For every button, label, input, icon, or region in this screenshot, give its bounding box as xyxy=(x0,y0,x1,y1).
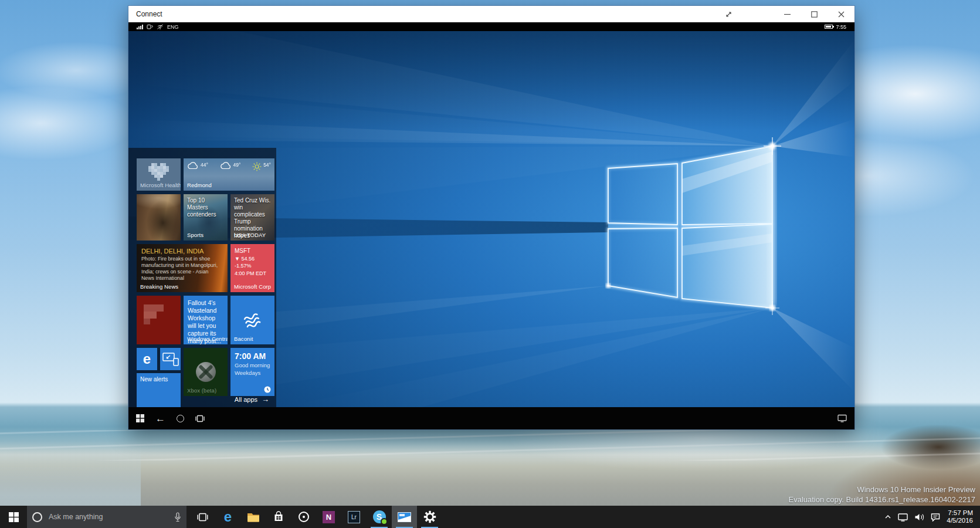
tile-body: Photo: Fire breaks out in shoe manufactu… xyxy=(137,256,228,282)
action-center-icon xyxy=(931,513,940,522)
window-titlebar[interactable]: Connect xyxy=(128,6,854,22)
taskbar: e N Lr S xyxy=(0,506,980,528)
tile-label: Xbox (beta) xyxy=(187,387,216,394)
task-view-icon xyxy=(197,513,208,522)
tile-connect-continuum[interactable] xyxy=(160,348,181,370)
tile-breaking-news[interactable]: DELHI, DELHI, INDIA Photo: Fire breaks o… xyxy=(137,244,228,292)
lightroom-icon: Lr xyxy=(348,511,360,523)
tile-label: Sports xyxy=(187,232,204,238)
microphone-icon[interactable] xyxy=(174,512,181,522)
phone-task-view-button[interactable] xyxy=(195,415,205,422)
taskbar-file-explorer[interactable] xyxy=(240,506,266,528)
stock-direction-icon: ▼ xyxy=(235,256,240,262)
watermark-line1: Windows 10 Home Insider Preview xyxy=(789,485,976,495)
tile-xbox[interactable]: Xbox (beta) xyxy=(184,348,228,396)
cortana-search-box[interactable] xyxy=(27,506,186,528)
tile-usa-today[interactable]: Ted Cruz Wis. win complicates Trump nomi… xyxy=(230,194,274,241)
minimize-button[interactable] xyxy=(774,6,801,22)
cellular-icon xyxy=(147,24,153,29)
chevron-up-icon xyxy=(884,515,891,519)
skype-icon: S xyxy=(373,510,386,523)
bacon-waves-icon xyxy=(243,312,263,329)
store-bag-icon xyxy=(273,511,284,523)
phone-search-button[interactable] xyxy=(177,415,184,422)
alarm-title: Good morning xyxy=(230,361,274,368)
maximize-button[interactable] xyxy=(801,6,828,22)
taskbar-groove-music[interactable] xyxy=(291,506,316,528)
alarm-subtitle: Weekdays xyxy=(230,368,274,376)
fullscreen-button[interactable] xyxy=(715,6,742,22)
taskbar-onenote[interactable]: N xyxy=(316,506,341,528)
phone-start-button[interactable] xyxy=(136,414,144,422)
sun-icon xyxy=(252,162,262,171)
task-view-icon xyxy=(195,415,205,422)
minimize-icon xyxy=(784,11,791,18)
language-indicator: ENG xyxy=(167,24,179,30)
taskbar-edge[interactable]: e xyxy=(215,506,240,528)
tile-windows-central[interactable]: Fallout 4's Wasteland Workshop will let … xyxy=(184,296,228,344)
monitor-phone-icon xyxy=(162,352,179,366)
phone-status-bar: ENG 7:55 xyxy=(128,22,854,31)
window-title: Connect xyxy=(136,10,162,18)
tray-network[interactable] xyxy=(898,513,908,522)
wifi-icon xyxy=(157,24,164,29)
desktop: Windows 10 Home Insider Preview Evaluati… xyxy=(0,0,980,528)
edge-logo-icon: e xyxy=(143,352,151,366)
tile-label: Baconit xyxy=(234,336,253,342)
taskbar-settings[interactable] xyxy=(417,506,442,528)
tile-grid: Microsoft Health 44° 49° 54° Redmond xyxy=(137,158,274,400)
gear-icon xyxy=(423,510,436,523)
start-button[interactable] xyxy=(0,506,27,528)
taskbar-connect-app[interactable] xyxy=(392,506,417,528)
tile-sports[interactable]: Top 10 Masters contenders Sports xyxy=(184,194,228,241)
taskbar-apps: e N Lr S xyxy=(190,506,442,528)
xbox-sphere-icon xyxy=(196,362,216,382)
tile-microsoft-health[interactable]: Microsoft Health xyxy=(137,158,181,191)
temp-value: 54° xyxy=(263,162,271,168)
watermark-line2: Evaluation copy. Build 14316.rs1_release… xyxy=(789,495,976,505)
diagonal-resize-icon xyxy=(725,11,733,18)
phone-back-button[interactable]: ← xyxy=(155,414,165,424)
task-view-button[interactable] xyxy=(190,506,215,528)
taskbar-lightroom[interactable]: Lr xyxy=(341,506,367,528)
status-left: ENG xyxy=(137,24,179,30)
tile-msft-stock[interactable]: MSFT ▼ 54.56 -1.57% 4:00 PM EDT Microsof… xyxy=(230,244,274,292)
flipboard-logo-icon xyxy=(144,304,164,324)
tile-label: Microsoft Corp xyxy=(234,283,271,290)
tile-news-photo[interactable] xyxy=(137,194,181,241)
tray-action-center[interactable] xyxy=(931,513,940,522)
all-apps-link[interactable]: All apps → xyxy=(235,395,269,404)
windows-logo-icon xyxy=(136,414,144,422)
search-circle-icon xyxy=(177,415,184,422)
folder-icon xyxy=(247,512,260,522)
tile-label: New alerts xyxy=(137,373,181,383)
stock-symbol: MSFT xyxy=(235,248,274,255)
tile-new-alerts[interactable]: New alerts xyxy=(137,373,181,407)
network-icon xyxy=(898,513,908,522)
close-button[interactable] xyxy=(828,6,854,22)
tile-baconit[interactable]: Baconit xyxy=(230,296,274,344)
tile-label: Breaking News xyxy=(140,283,178,290)
clock-icon xyxy=(264,386,271,393)
connect-app-icon xyxy=(398,512,411,522)
search-input[interactable] xyxy=(48,512,169,522)
taskbar-skype[interactable]: S xyxy=(367,506,392,528)
close-icon xyxy=(838,11,845,18)
tray-chevron-up[interactable] xyxy=(884,515,891,519)
tile-weather[interactable]: 44° 49° 54° Redmond xyxy=(184,158,274,191)
phone-clock: 7:55 xyxy=(836,24,846,30)
skype-letter: S xyxy=(377,512,382,522)
taskbar-store[interactable] xyxy=(266,506,291,528)
tile-headline: DELHI, DELHI, INDIA xyxy=(137,244,228,256)
tray-volume[interactable] xyxy=(914,513,924,522)
cloud-icon xyxy=(187,162,199,170)
phone-screen: Microsoft Health 44° 49° 54° Redmond xyxy=(128,31,854,407)
taskbar-clock[interactable]: 7:57 PM 4/5/2016 xyxy=(947,509,973,524)
disconnect-display-button[interactable] xyxy=(837,414,847,422)
tile-edge[interactable]: e xyxy=(137,348,157,370)
tile-alarm[interactable]: 7:00 AM Good morning Weekdays xyxy=(230,348,274,396)
tile-flipboard[interactable] xyxy=(137,296,181,344)
system-tray: 7:57 PM 4/5/2016 xyxy=(884,506,980,528)
status-right: 7:55 xyxy=(825,24,846,30)
windows-logo-icon xyxy=(9,512,19,522)
